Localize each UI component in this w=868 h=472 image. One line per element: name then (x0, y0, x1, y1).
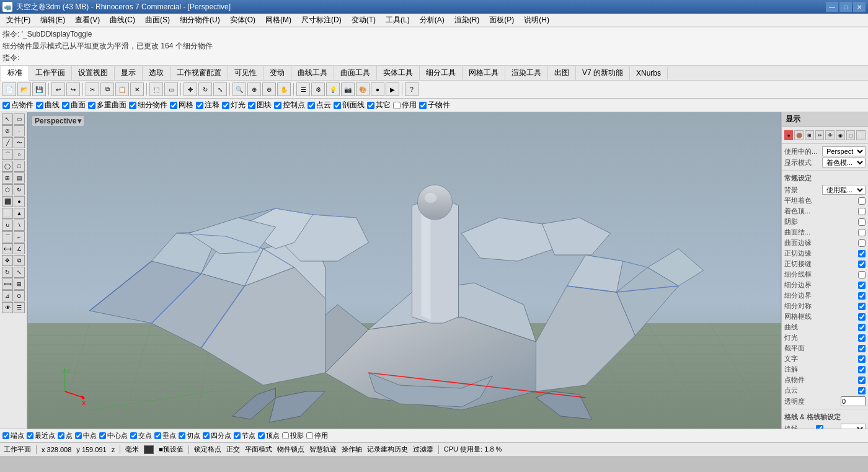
tab-curve-tools[interactable]: 曲线工具 (291, 66, 334, 80)
lt-ellipse[interactable]: ◯ (2, 161, 13, 172)
filter-subobj[interactable]: 子物件 (419, 100, 450, 110)
filter-block[interactable]: 图块 (248, 100, 272, 110)
lt-cplane[interactable]: ⊿ (2, 290, 13, 301)
filter-point-cloud[interactable]: 点云 (308, 100, 331, 110)
status-snap7[interactable]: 记录建构历史 (367, 445, 408, 454)
lt-array[interactable]: ⊞ (14, 278, 25, 290)
tab-v7new[interactable]: V7 的新功能 (576, 66, 630, 80)
tool-material[interactable]: 🎨 (356, 82, 370, 96)
snap-mid[interactable]: 中点 (75, 431, 97, 440)
tool-zoom-in[interactable]: ⊕ (247, 82, 261, 96)
tab-subd-tools[interactable]: 细分工具 (420, 66, 463, 80)
snap-point[interactable]: 点 (58, 431, 73, 440)
lt-arc[interactable]: ⌒ (2, 149, 13, 160)
lt-chamfer[interactable]: ⌐ (14, 231, 25, 243)
rp-icon-color[interactable]: ● (784, 130, 793, 140)
lt-dim-linear[interactable]: ⟷ (2, 243, 13, 254)
snap-center[interactable]: 中心点 (99, 431, 128, 440)
rp-section-checkbox[interactable] (858, 345, 866, 352)
rp-tanedge-checkbox[interactable] (858, 250, 866, 257)
snap-perp[interactable]: 垂点 (154, 431, 176, 440)
menu-view[interactable]: 查看(V) (70, 14, 105, 27)
command-input[interactable] (22, 53, 146, 62)
status-snap8[interactable]: 过滤器 (413, 445, 433, 454)
filter-control-point[interactable]: 控制点 (274, 100, 305, 110)
snap-disable[interactable]: 停用 (306, 431, 328, 440)
snap-knot[interactable]: 节点 (234, 431, 255, 440)
rp-annot-checkbox[interactable] (858, 366, 866, 373)
rp-icon-ghost[interactable]: 👁 (825, 130, 835, 140)
tool-undo[interactable]: ↩ (51, 82, 65, 96)
tool-open[interactable]: 📂 (17, 82, 31, 96)
snap-vertex[interactable]: 顶点 (258, 431, 280, 440)
tool-rotate[interactable]: ↻ (198, 82, 212, 96)
menu-file[interactable]: 文件(F) (1, 14, 35, 27)
lt-mirror[interactable]: ⟺ (2, 278, 13, 290)
lt-cylinder[interactable]: ⬜ (2, 208, 13, 219)
filter-hatch[interactable]: 剖面线 (334, 100, 365, 110)
lt-extrude[interactable]: ⬡ (2, 184, 13, 195)
menu-tools[interactable]: 工具(L) (381, 14, 415, 27)
tab-surface-tools[interactable]: 曲面工具 (334, 66, 377, 80)
viewport-dropdown-arrow[interactable]: ▾ (78, 117, 81, 125)
tab-select[interactable]: 选取 (143, 66, 170, 80)
rp-subdbound-checkbox[interactable] (858, 292, 866, 300)
menu-help[interactable]: 说明(H) (519, 14, 554, 27)
status-snap4[interactable]: 物件锁点 (277, 445, 304, 454)
rp-text-checkbox[interactable] (858, 355, 866, 363)
tool-redo[interactable]: ↪ (66, 82, 80, 96)
tab-render-tools[interactable]: 渲染工具 (505, 66, 548, 80)
rp-meshwire-checkbox[interactable] (858, 313, 866, 321)
rp-icon-arctic[interactable]: ◌ (846, 130, 856, 140)
tool-copy[interactable]: ⧉ (100, 82, 114, 96)
lt-scale2[interactable]: ⤡ (14, 267, 25, 278)
lt-fillet[interactable]: ⌒ (2, 231, 13, 243)
rp-dispmode-select[interactable]: 着色模... (822, 158, 866, 167)
rp-ptobj-checkbox[interactable] (858, 376, 866, 384)
filter-subd[interactable]: 细分物件 (129, 100, 167, 110)
snap-intersect[interactable]: 交点 (130, 431, 152, 440)
lt-rect[interactable]: □ (14, 161, 25, 172)
rp-subdbdy-checkbox[interactable] (858, 282, 866, 289)
rp-usein-select[interactable]: Perspective (822, 146, 866, 156)
rp-icon-shade[interactable]: 🟤 (794, 130, 804, 140)
status-snap6[interactable]: 操作轴 (342, 445, 362, 454)
lt-surface-pt[interactable]: ⊞ (2, 172, 13, 184)
tool-snap[interactable]: 🔍 (232, 82, 246, 96)
rp-light-checkbox[interactable] (858, 334, 866, 342)
lt-point[interactable]: · (14, 125, 25, 136)
rp-icon-render[interactable]: ◉ (836, 130, 845, 140)
rp-tanseam-checkbox[interactable] (858, 260, 866, 268)
menu-solid[interactable]: 实体(O) (225, 14, 260, 27)
menu-render[interactable]: 渲染(R) (450, 14, 485, 27)
snap-tan[interactable]: 切点 (179, 431, 200, 440)
rp-grid-checkbox[interactable] (816, 425, 823, 429)
tab-solid-tools[interactable]: 实体工具 (377, 66, 420, 80)
tool-render[interactable]: ▶ (386, 82, 399, 96)
tool-camera[interactable]: 📷 (341, 82, 355, 96)
lt-move[interactable]: ✥ (2, 255, 13, 266)
tool-cut[interactable]: ✂ (86, 82, 99, 96)
status-snap2[interactable]: 正交 (226, 445, 240, 454)
maximize-button[interactable]: □ (839, 2, 852, 12)
close-button[interactable]: ✕ (853, 2, 866, 12)
lt-copy2[interactable]: ⧉ (14, 255, 25, 266)
lt-cone[interactable]: ▲ (14, 208, 25, 219)
menu-transform[interactable]: 变动(T) (347, 14, 381, 27)
tool-scale[interactable]: ⤡ (213, 82, 227, 96)
tab-mesh-tools[interactable]: 网格工具 (463, 66, 505, 80)
status-snap3[interactable]: 平面模式 (245, 445, 272, 454)
tool-properties[interactable]: ⚙ (311, 82, 325, 96)
viewport[interactable]: Perspective ▾ (27, 112, 781, 429)
rp-ptcloud-checkbox[interactable] (858, 387, 866, 394)
tab-layout[interactable]: 出图 (548, 66, 576, 80)
tool-pan[interactable]: ✋ (277, 82, 291, 96)
tool-delete[interactable]: ✕ (130, 82, 144, 96)
menu-subd[interactable]: 细分物件(U) (175, 14, 225, 27)
lt-boolean-diff[interactable]: ∖ (14, 220, 25, 231)
tool-paste[interactable]: 📋 (115, 82, 129, 96)
lt-sphere[interactable]: ● (14, 196, 25, 207)
tab-viewport-config[interactable]: 工作视窗配置 (170, 66, 228, 80)
tab-display[interactable]: 显示 (115, 66, 143, 80)
filter-disable[interactable]: 停用 (393, 100, 417, 110)
